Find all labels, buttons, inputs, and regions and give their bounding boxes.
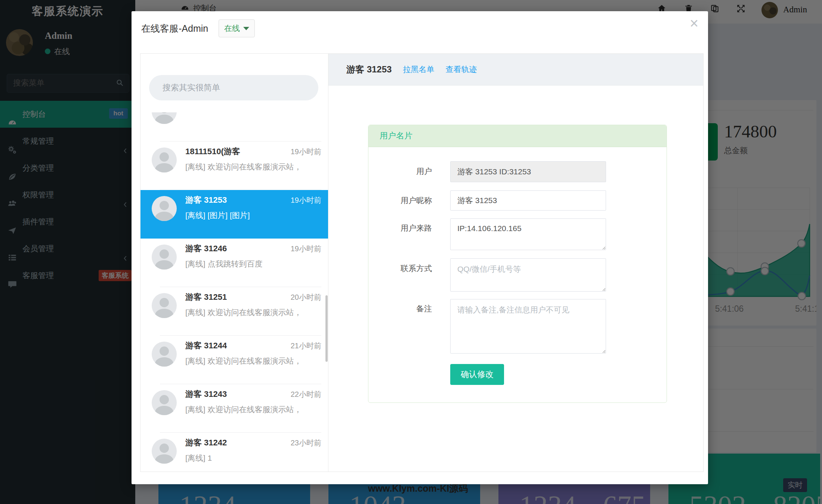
field-label-remark: 备注 [368, 304, 432, 314]
visitor-avatar [152, 245, 177, 270]
close-icon[interactable]: × [690, 16, 698, 31]
visitor-search[interactable] [149, 75, 318, 100]
track-link[interactable]: 查看轨迹 [445, 64, 477, 75]
visitor-avatar [152, 293, 177, 318]
user-card-title: 用户名片 [368, 125, 667, 147]
field-label-contact: 联系方式 [368, 263, 432, 274]
confirm-edit-button[interactable]: 确认修改 [450, 364, 504, 385]
visitor-item[interactable]: 18111510(游客19小时前 [离线] 欢迎访问在线客服演示站， [140, 141, 328, 190]
visitor-item[interactable]: 游客 3124619小时前 [离线] 点我跳转到百度 [140, 239, 328, 287]
field-label-nickname: 用户昵称 [368, 195, 432, 206]
list-scrollbar-thumb[interactable] [325, 295, 328, 362]
chat-container: [离线] 1 18111510(游客19小时前 [离线] 欢迎访问在线客服演示站… [140, 53, 704, 472]
status-dropdown[interactable]: 在线 [219, 19, 255, 37]
chat-pane: 游客 31253 拉黑名单 查看轨迹 用户名片 用户 用户昵称 用户来路 IP:… [328, 54, 703, 472]
status-label: 在线 [224, 23, 240, 34]
source-field[interactable]: IP:14.106.120.165 [450, 218, 606, 250]
visitor-avatar [152, 112, 177, 124]
field-label-source: 用户来路 [368, 223, 432, 233]
visitor-list-panel: [离线] 1 18111510(游客19小时前 [离线] 欢迎访问在线客服演示站… [140, 54, 328, 472]
contact-field[interactable] [450, 258, 606, 292]
user-card: 用户名片 用户 用户昵称 用户来路 IP:14.106.120.165 联系方式… [368, 125, 667, 403]
app-root: 控制台 Admin 174800 总金额 [0, 0, 822, 504]
remark-field[interactable] [450, 299, 606, 354]
visitor-item[interactable]: 游客 3125120小时前 [离线] 欢迎访问在线客服演示站， [140, 287, 328, 336]
visitor-list: [离线] 1 18111510(游客19小时前 [离线] 欢迎访问在线客服演示站… [140, 112, 328, 471]
visitor-item[interactable]: 游客 3124421小时前 [离线] 欢迎访问在线客服演示站， [140, 336, 328, 384]
blacklist-link[interactable]: 拉黑名单 [403, 64, 434, 75]
visitor-item[interactable]: 游客 3124223小时前 [离线] 1 [140, 433, 328, 471]
user-field[interactable] [450, 161, 606, 182]
field-label-user: 用户 [368, 166, 432, 177]
visitor-item-selected[interactable]: 游客 3125319小时前 [离线] [图片] [图片] [140, 190, 328, 239]
chat-visitor-name: 游客 31253 [346, 63, 392, 75]
visitor-item[interactable]: 游客 3124322小时前 [离线] 欢迎访问在线客服演示站， [140, 384, 328, 433]
visitor-search-input[interactable] [149, 75, 318, 100]
visitor-avatar [152, 439, 177, 464]
visitor-avatar [152, 342, 177, 367]
caret-down-icon [243, 27, 249, 30]
nickname-field[interactable] [450, 190, 606, 211]
visitor-avatar [152, 147, 177, 172]
visitor-avatar [152, 390, 177, 415]
chat-header: 游客 31253 拉黑名单 查看轨迹 [328, 54, 703, 85]
online-service-modal: 在线客服-Admin 在线 × [离线] 1 [132, 11, 708, 484]
visitor-avatar [152, 196, 177, 221]
modal-title: 在线客服-Admin [141, 22, 208, 35]
visitor-item[interactable]: [离线] 1 [140, 112, 328, 141]
